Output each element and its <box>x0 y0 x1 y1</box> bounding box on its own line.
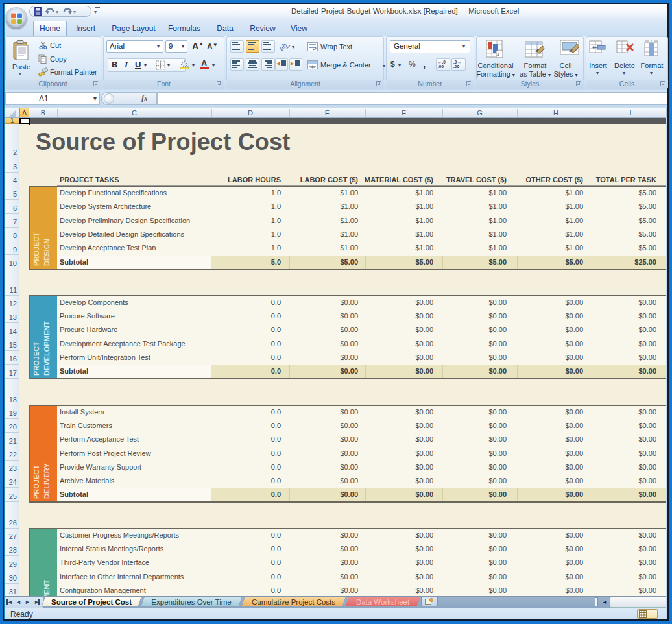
svg-text:≤: ≤ <box>497 52 499 56</box>
svg-text:ab: ab <box>278 41 289 52</box>
